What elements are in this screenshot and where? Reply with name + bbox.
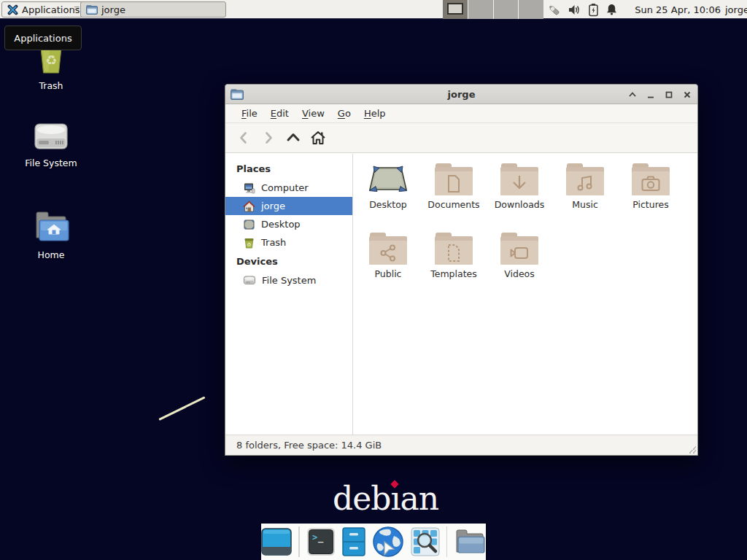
sidebar-item-label: Desktop — [261, 219, 301, 230]
menu-edit[interactable]: Edit — [264, 108, 295, 119]
home-folder-icon — [31, 210, 71, 246]
menu-view[interactable]: View — [295, 108, 331, 119]
svg-text:♻: ♻ — [247, 241, 251, 247]
workspace-switcher — [443, 0, 543, 19]
pictures-folder-icon — [632, 163, 670, 195]
file-manager-window: jorge File Edit View Go Help — [225, 84, 698, 456]
desktop-icon-label: File System — [25, 158, 77, 168]
applications-tooltip: Applications — [4, 26, 82, 50]
menu-file[interactable]: File — [235, 108, 264, 119]
dock-separator — [446, 526, 448, 557]
resize-grip[interactable] — [689, 446, 696, 454]
documents-folder-icon — [435, 163, 473, 195]
sidebar-item-computer[interactable]: Computer — [225, 179, 352, 197]
toolbar: /home/jorge/ — [225, 123, 697, 153]
home-icon — [243, 201, 255, 212]
shade-button[interactable] — [627, 90, 637, 99]
workspace-4[interactable] — [519, 0, 543, 19]
workspace-2[interactable] — [468, 0, 494, 19]
window-controls — [627, 85, 692, 104]
file-grid: Desktop Documents — [353, 154, 697, 435]
templates-folder-icon — [435, 233, 473, 265]
trash-icon: ♻ — [243, 237, 255, 249]
home-button[interactable] — [306, 127, 330, 149]
sidebar-item-file-system[interactable]: File System — [225, 271, 352, 289]
file-item-label: Pictures — [632, 199, 669, 210]
battery-charging-icon[interactable] — [588, 3, 599, 17]
forward-button[interactable] — [256, 127, 281, 149]
file-item-label: Public — [375, 268, 402, 279]
downloads-folder-icon — [500, 163, 538, 195]
debian-wordmark: debıan — [333, 480, 438, 517]
file-item-music[interactable]: Music — [554, 163, 616, 210]
workspace-window-preview — [447, 3, 463, 15]
sidebar-item-label: Computer — [261, 182, 309, 193]
panel-username[interactable]: jorge — [725, 0, 747, 19]
desktop-icon-label: Home — [38, 249, 65, 260]
up-button[interactable] — [281, 127, 306, 149]
xfce-applications-icon — [7, 4, 18, 15]
statusbar-text: 8 folders, Free space: 14.4 GiB — [236, 440, 382, 451]
public-folder-icon — [369, 233, 407, 265]
minimize-button[interactable] — [646, 90, 655, 99]
computer-icon — [243, 182, 255, 194]
drive-icon — [243, 275, 256, 286]
applications-menu-label: Applications — [22, 4, 80, 15]
menu-help[interactable]: Help — [357, 108, 392, 119]
file-item-downloads[interactable]: Downloads — [488, 163, 551, 210]
file-item-documents[interactable]: Documents — [422, 163, 485, 210]
file-item-public[interactable]: Public — [357, 233, 419, 279]
file-item-pictures[interactable]: Pictures — [619, 163, 682, 210]
file-cabinet-icon[interactable] — [342, 527, 365, 556]
folder-window-icon — [86, 4, 98, 15]
sidebar: Places Computer jorge — [225, 154, 353, 435]
system-tray — [547, 0, 618, 19]
sidebar-item-label: Trash — [261, 237, 286, 248]
stylus-tool-icon[interactable] — [547, 3, 561, 17]
file-item-label: Videos — [504, 268, 535, 279]
file-item-label: Templates — [430, 268, 477, 279]
workspace-1[interactable] — [443, 0, 468, 19]
top-panel: Applications ⚌ jorge Sun 25 Apr, 10:06 — [0, 0, 747, 19]
sidebar-header-devices: Devices — [225, 252, 352, 271]
taskbar-window-button[interactable]: jorge — [80, 1, 226, 18]
sidebar-item-jorge[interactable]: jorge — [225, 197, 352, 215]
sidebar-header-places: Places — [225, 159, 352, 179]
sidebar-item-desktop[interactable]: Desktop — [225, 215, 352, 233]
tooltip-text: Applications — [14, 33, 71, 44]
sidebar-item-label: jorge — [261, 201, 285, 211]
panel-clock[interactable]: Sun 25 Apr, 10:06 — [622, 0, 721, 19]
volume-icon[interactable] — [568, 4, 581, 16]
sidebar-item-trash[interactable]: ♻ Trash — [225, 233, 352, 252]
statusbar: 8 folders, Free space: 14.4 GiB — [225, 435, 697, 455]
maximize-button[interactable] — [664, 90, 673, 99]
dock: >_ — [261, 524, 486, 560]
close-button[interactable] — [682, 90, 692, 99]
panel-handle[interactable]: ⚌ — [74, 4, 80, 11]
svg-text:♻: ♻ — [45, 52, 57, 68]
desktop-icon-home[interactable]: Home — [16, 210, 86, 260]
dock-separator — [298, 526, 300, 557]
show-desktop-icon[interactable] — [261, 528, 292, 556]
taskbar-window-label: jorge — [101, 4, 125, 15]
desktop-line-artifact — [158, 396, 205, 420]
terminal-icon[interactable]: >_ — [306, 527, 336, 556]
sidebar-item-label: File System — [262, 275, 316, 286]
dock-folder-icon[interactable] — [454, 528, 486, 556]
window-title: jorge — [225, 89, 697, 100]
web-browser-icon[interactable] — [372, 526, 404, 558]
file-item-videos[interactable]: Videos — [488, 233, 551, 279]
desktop-special-icon — [367, 163, 409, 195]
menu-go[interactable]: Go — [331, 108, 357, 119]
music-folder-icon — [566, 163, 604, 195]
workspace-3[interactable] — [494, 0, 519, 19]
notification-bell-icon[interactable] — [605, 3, 618, 16]
application-finder-icon[interactable] — [411, 527, 440, 556]
desktop-icon-file-system[interactable]: File System — [16, 120, 86, 168]
window-titlebar[interactable]: jorge — [225, 85, 697, 104]
file-item-templates[interactable]: Templates — [422, 233, 485, 279]
back-button[interactable] — [231, 127, 256, 149]
videos-folder-icon — [500, 233, 538, 265]
file-item-desktop[interactable]: Desktop — [357, 163, 419, 210]
svg-text:>: > — [312, 532, 317, 542]
